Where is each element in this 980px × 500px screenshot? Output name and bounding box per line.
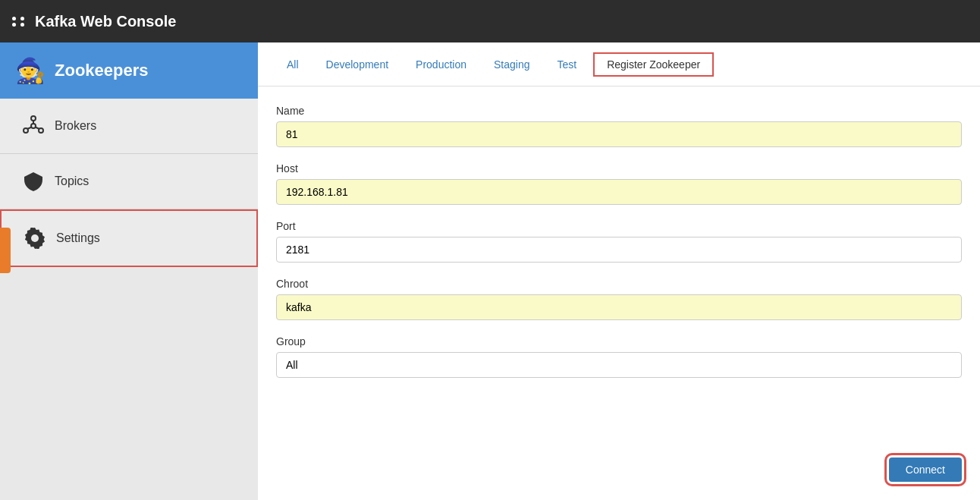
topics-icon (23, 171, 44, 192)
port-group: Port (276, 220, 962, 263)
sidebar-header: 🧙 Zookeepers (0, 42, 258, 99)
app-title: Kafka Web Console (35, 13, 176, 30)
tabs-bar: All Development Production Staging Test … (258, 42, 980, 86)
sidebar-item-brokers-label: Brokers (55, 119, 96, 133)
tab-register-zookeeper[interactable]: Register Zookeeper (593, 52, 714, 77)
host-label: Host (276, 162, 962, 175)
tab-staging[interactable]: Staging (480, 52, 543, 77)
form-actions: Connect (258, 451, 980, 500)
tab-test[interactable]: Test (543, 52, 590, 77)
name-label: Name (276, 105, 962, 117)
port-label: Port (276, 220, 962, 232)
sidebar-item-settings-label: Settings (56, 231, 100, 245)
sidebar: 🧙 Zookeepers Brokers Topics (0, 42, 258, 500)
brand-icon (12, 17, 26, 27)
connect-button[interactable]: Connect (889, 458, 962, 482)
chroot-group: Chroot (276, 278, 962, 320)
sidebar-item-settings[interactable]: Settings (0, 209, 258, 267)
left-edge-tab (0, 228, 11, 273)
settings-icon (24, 228, 46, 249)
svg-point-0 (31, 124, 36, 128)
group-input[interactable] (276, 352, 962, 378)
host-input[interactable] (276, 179, 962, 205)
sidebar-title: Zookeepers (55, 61, 149, 80)
tab-all[interactable]: All (273, 52, 313, 77)
svg-point-1 (31, 116, 36, 121)
svg-line-5 (36, 127, 40, 130)
host-group: Host (276, 162, 962, 205)
port-input[interactable] (276, 237, 962, 263)
name-input[interactable] (276, 121, 962, 147)
sidebar-item-brokers[interactable]: Brokers (0, 99, 258, 154)
tab-development[interactable]: Development (313, 52, 403, 77)
chroot-input[interactable] (276, 294, 962, 320)
group-label: Group (276, 335, 962, 347)
sidebar-item-topics-label: Topics (55, 175, 89, 188)
tab-production[interactable]: Production (402, 52, 480, 77)
group-group: Group (276, 335, 962, 378)
layout: 🧙 Zookeepers Brokers Topics (0, 42, 980, 500)
brokers-icon (23, 115, 44, 137)
name-group: Name (276, 105, 962, 147)
zookeeper-icon: 🧙 (15, 56, 46, 85)
svg-line-6 (27, 127, 32, 130)
register-form: Name Host Port Chroot Group (258, 86, 980, 451)
navbar: Kafka Web Console (0, 0, 980, 42)
main-content: All Development Production Staging Test … (258, 42, 980, 500)
chroot-label: Chroot (276, 278, 962, 290)
sidebar-item-topics[interactable]: Topics (0, 154, 258, 209)
